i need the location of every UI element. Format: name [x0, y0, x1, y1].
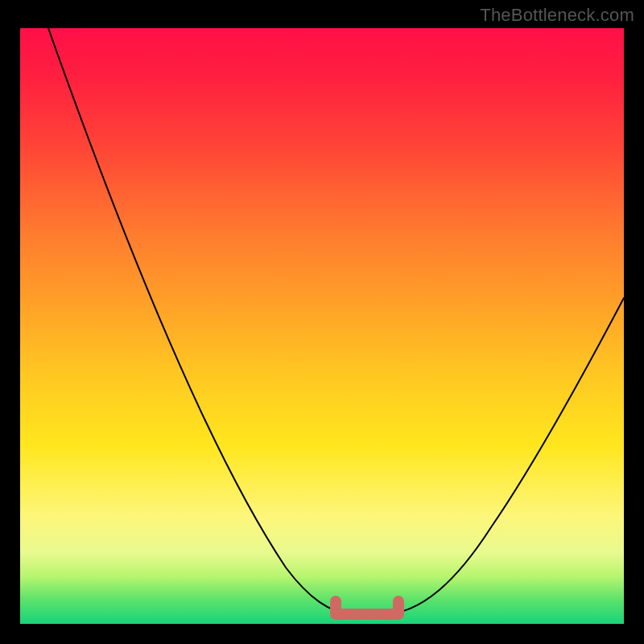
attribution-label: TheBottleneck.com [480, 5, 634, 26]
chart-svg [20, 28, 624, 624]
optimal-zone-marker [336, 601, 398, 614]
curve-left-branch [48, 28, 350, 614]
chart-frame: TheBottleneck.com [0, 0, 644, 644]
curve-right-branch [390, 298, 624, 614]
plot-area [20, 28, 624, 624]
